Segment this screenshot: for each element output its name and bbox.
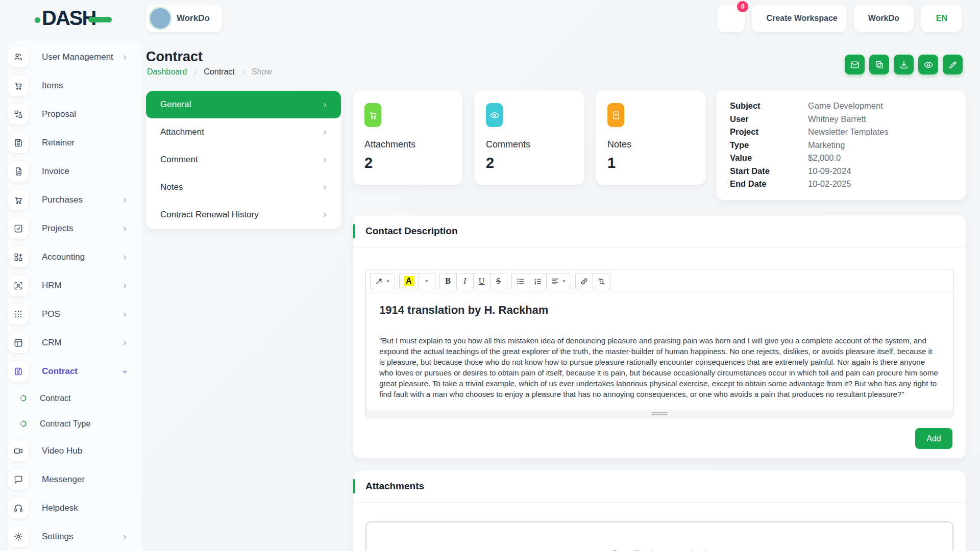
toolbar-italic-button[interactable]: I [456,273,474,289]
breadcrumb-dashboard[interactable]: Dashboard [147,67,187,77]
logo-bar [88,17,112,22]
sidebar-item-contract[interactable]: Contract [8,357,141,386]
sidebar-item-label: Proposal [42,109,76,119]
toolbar-link-button[interactable] [575,273,593,289]
sidebar-item-settings[interactable]: Settings [8,522,141,551]
sidebar-item-label: Retainer [42,138,75,148]
toolbar-color-caret-button[interactable] [418,273,435,289]
resize-grip-icon[interactable] [652,412,667,415]
sidebar-item-items[interactable]: Items [8,71,141,100]
sidebar-item-messenger[interactable]: Messenger [8,465,141,494]
menu-item-general[interactable]: General [146,91,341,118]
menu-item-label: Contract Renewal History [160,210,259,220]
toolbar-ul-button[interactable] [511,273,529,289]
chevron-right-icon [321,129,329,136]
chevron-right-icon [121,533,129,541]
language-selector[interactable]: EN [921,5,962,32]
layout-icon [8,333,29,353]
dot-icon [19,420,28,428]
sidebar-item-projects[interactable]: Projects [8,214,141,243]
toolbar-style-button[interactable] [370,273,395,289]
section-accent [353,224,355,238]
editor-content[interactable]: 1914 translation by H. Rackham "But I mu… [366,293,953,410]
breadcrumb-contract: Contract [204,67,234,77]
toolbar-align-button[interactable] [546,273,571,289]
grid-plus-icon [8,247,29,267]
workspace-menu-button[interactable]: WorkDo [854,5,914,32]
stat-card-notes: Notes1 [596,91,705,185]
copy-action-button[interactable] [869,55,889,74]
contact-description-title: Contact Description [365,226,458,237]
sidebar-item-label: Helpdesk [42,503,78,513]
logo-dot [35,17,40,23]
detail-row-project: ProjectNewsletter Templates [730,126,952,139]
chevron-right-icon [121,196,129,204]
sidebar-item-helpdesk[interactable]: Helpdesk [8,494,141,522]
sidebar-item-accounting[interactable]: Accounting [8,243,141,271]
menu-item-attachment[interactable]: Attachment [146,118,341,146]
sidebar-item-invoice[interactable]: Invoice [8,157,141,186]
detail-value: Whitney Barrett [808,114,866,124]
menu-item-comment[interactable]: Comment [146,146,341,173]
menu-item-contract-renewal-history[interactable]: Contract Renewal History [146,201,341,229]
toolbar-unlink-button[interactable] [593,273,610,289]
pencil-action-button[interactable] [943,55,963,74]
toolbar-underline-button[interactable]: U [473,273,491,289]
check-square-icon [8,218,29,239]
download-action-button[interactable] [894,55,914,74]
sidebar-item-user-management[interactable]: User Management [8,43,141,71]
section-accent [353,479,355,493]
toolbar-color-button[interactable]: A [399,273,419,289]
detail-row-user: UserWhitney Barrett [730,113,952,126]
swap-grid-icon [8,104,29,124]
add-button[interactable]: Add [915,428,952,449]
chevron-right-icon [321,156,329,164]
sidebar-item-retainer[interactable]: Retainer [8,129,141,157]
stat-card-comments: Comments2 [475,91,584,185]
chevron-right-icon [321,101,329,109]
chat-button[interactable]: 0 [717,5,745,32]
sidebar-subitem-contract[interactable]: Contract [8,386,141,411]
cart-icon [8,76,29,96]
menu-item-notes[interactable]: Notes [146,173,341,201]
copy-icon [874,60,885,70]
toolbar-bold-button[interactable]: B [439,273,457,289]
sidebar-item-crm[interactable]: CRM [8,329,141,357]
editor-toolbar: ABIUS [366,269,953,293]
eye-action-button[interactable] [918,55,938,74]
sidebar-item-label: Video Hub [42,446,82,456]
download-icon [899,60,909,70]
detail-row-value: Value$2,000.0 [730,152,952,165]
editor-body: "But I must explain to you how all this … [379,335,940,399]
sidebar-item-label: HRM [42,281,62,291]
dots-grid-icon [8,304,29,324]
detail-row-type: TypeMarketing [730,139,952,152]
detail-value: 10-02-2025 [808,179,851,189]
file-dropzone[interactable]: Drop files here to upload [365,521,953,551]
chevron-right-icon [121,54,129,61]
app-root: DASH WorkDo 0 Create Workspace WorkDo [0,0,980,551]
floppy-icon [8,361,29,382]
sidebar-item-video-hub[interactable]: Video Hub [8,437,141,465]
sidebar-subitem-label: Contract Type [40,419,90,429]
detail-label: User [730,114,808,124]
sidebar-item-proposal[interactable]: Proposal [8,100,141,129]
dot-icon [19,394,28,403]
sidebar-subitem-contract-type[interactable]: Contract Type [8,411,141,437]
sidebar-item-pos[interactable]: POS [8,300,141,329]
page-actions [845,55,963,74]
workspace-selector[interactable]: WorkDo [146,5,222,32]
toolbar-group [575,273,610,289]
chevron-right-icon [121,254,129,261]
sidebar-item-label: Invoice [42,166,69,177]
toolbar-group: A [399,273,435,289]
sidebar-item-hrm[interactable]: HRM [8,271,141,300]
mail-action-button[interactable] [845,55,865,74]
toolbar-ol-button[interactable] [529,273,547,289]
detail-value: $2,000.0 [808,153,841,163]
note-icon [607,103,624,127]
toolbar-strike-button[interactable]: S [490,273,507,289]
create-workspace-button[interactable]: Create Workspace [752,5,846,32]
detail-value: 10-09-2024 [808,166,851,176]
sidebar-item-purchases[interactable]: Purchases [8,186,141,214]
